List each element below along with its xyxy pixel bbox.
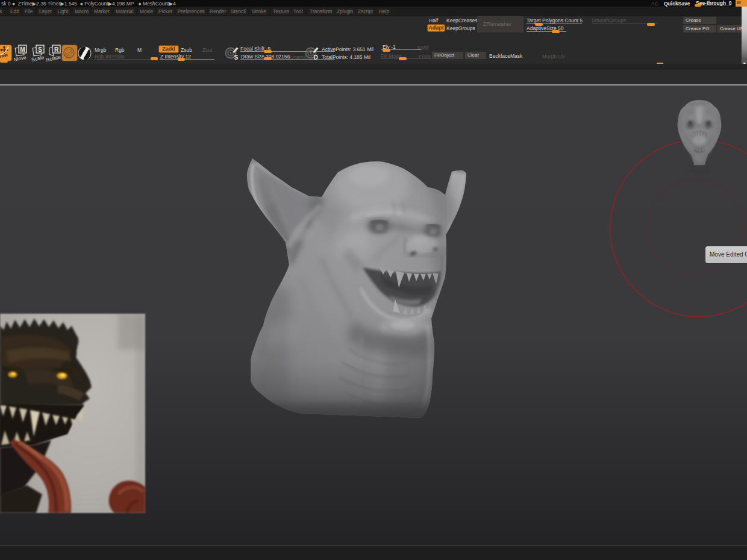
svg-text:D: D xyxy=(314,54,318,61)
svg-text:R: R xyxy=(54,46,59,53)
svg-text:S: S xyxy=(38,46,42,53)
svg-text:S: S xyxy=(234,54,239,61)
svg-text:M: M xyxy=(20,46,25,53)
